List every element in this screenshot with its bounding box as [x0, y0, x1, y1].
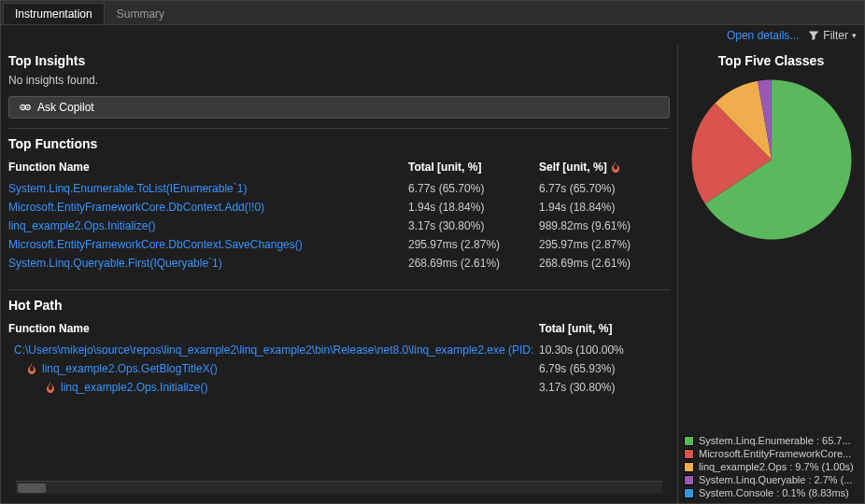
- table-row: System.Linq.Queryable.First(IQueryable`1…: [8, 254, 670, 273]
- hot-path-row: C:\Users\mikejo\source\repos\linq_exampl…: [8, 341, 670, 359]
- hp-col-name[interactable]: Function Name: [8, 322, 539, 335]
- hot-path-title: Hot Path: [8, 290, 670, 316]
- self-cell: 268.69ms (2.61%): [539, 257, 670, 270]
- function-link[interactable]: linq_example2.Ops.GetBlogTitleX(): [42, 362, 218, 375]
- legend-label: linq_example2.Ops : 9.7% (1.00s): [699, 461, 854, 472]
- self-cell: 295.97ms (2.87%): [539, 238, 670, 251]
- legend-label: System.Linq.Enumerable : 65.7...: [699, 435, 851, 446]
- hot-path-name: linq_example2.Ops.GetBlogTitleX(): [8, 362, 533, 375]
- top-classes-pie-chart: [688, 76, 856, 244]
- function-link[interactable]: linq_example2.Ops.Initialize(): [61, 381, 207, 394]
- chevron-down-icon: ▾: [852, 31, 857, 40]
- function-link[interactable]: C:\Users\mikejo\source\repos\linq_exampl…: [14, 343, 533, 357]
- legend-swatch: [684, 436, 694, 446]
- toolbar: Open details... Filter ▾: [1, 25, 864, 46]
- copilot-icon: [19, 101, 32, 114]
- legend-swatch: [684, 488, 694, 498]
- legend-swatch: [684, 449, 694, 459]
- table-row: linq_example2.Ops.Initialize()3.17s (30.…: [8, 217, 670, 235]
- top-functions-table: Function Name Total [unit, %] Self [unit…: [8, 155, 670, 273]
- tab-bar: Instrumentation Summary: [1, 1, 864, 25]
- table-row: System.Linq.Enumerable.ToList(IEnumerabl…: [8, 179, 670, 198]
- scrollbar-thumb[interactable]: [18, 483, 46, 493]
- hot-path-name: linq_example2.Ops.Initialize(): [8, 381, 533, 394]
- no-insights-text: No insights found.: [8, 72, 670, 96]
- hot-path-name: C:\Users\mikejo\source\repos\linq_exampl…: [8, 343, 533, 357]
- hot-path-table: Function Name Total [unit, %] C:\Users\m…: [8, 316, 670, 397]
- filter-button[interactable]: Filter ▾: [808, 29, 857, 42]
- top-functions-title: Top Functions: [8, 129, 670, 155]
- table-row: Microsoft.EntityFrameworkCore.DbContext.…: [8, 198, 670, 217]
- legend-label: System.Linq.Queryable : 2.7% (...: [699, 474, 852, 485]
- hot-path-row: linq_example2.Ops.Initialize()3.17s (30.…: [8, 378, 670, 397]
- legend-item[interactable]: System.Linq.Queryable : 2.7% (...: [684, 473, 858, 486]
- hot-path-total: 10.30s (100.00%: [539, 343, 670, 357]
- filter-label: Filter: [823, 29, 848, 42]
- function-link[interactable]: System.Linq.Enumerable.ToList(IEnumerabl…: [8, 182, 408, 195]
- tab-instrumentation[interactable]: Instrumentation: [3, 3, 105, 24]
- legend-label: System.Console : 0.1% (8.83ms): [699, 487, 849, 498]
- horizontal-scrollbar[interactable]: [16, 481, 662, 494]
- svg-point-3: [27, 106, 29, 108]
- function-link[interactable]: Microsoft.EntityFrameworkCore.DbContext.…: [8, 201, 408, 214]
- top-insights-title: Top Insights: [8, 46, 670, 72]
- hot-path-total: 3.17s (30.80%): [539, 381, 670, 394]
- total-cell: 268.69ms (2.61%): [408, 257, 539, 270]
- legend-item[interactable]: System.Linq.Enumerable : 65.7...: [684, 434, 858, 447]
- col-header-self[interactable]: Self [unit, %]: [539, 161, 670, 174]
- tab-summary[interactable]: Summary: [105, 3, 177, 24]
- top-classes-legend: System.Linq.Enumerable : 65.7...Microsof…: [678, 430, 864, 503]
- ask-copilot-button[interactable]: Ask Copilot: [8, 96, 670, 119]
- legend-item[interactable]: Microsoft.EntityFrameworkCore...: [684, 447, 858, 460]
- top-classes-title: Top Five Classes: [678, 46, 864, 72]
- svg-point-2: [22, 106, 24, 108]
- total-cell: 1.94s (18.84%): [408, 201, 539, 214]
- legend-item[interactable]: linq_example2.Ops : 9.7% (1.00s): [684, 460, 858, 473]
- flame-icon: [46, 382, 55, 393]
- hot-path-total: 6.79s (65.93%): [539, 362, 670, 375]
- total-cell: 6.77s (65.70%): [408, 182, 539, 195]
- self-cell: 6.77s (65.70%): [539, 182, 670, 195]
- flame-icon: [611, 161, 620, 173]
- function-link[interactable]: System.Linq.Queryable.First(IQueryable`1…: [8, 257, 408, 270]
- hp-col-total[interactable]: Total [unit, %]: [539, 322, 670, 335]
- total-cell: 295.97ms (2.87%): [408, 238, 539, 251]
- flame-icon: [27, 363, 36, 374]
- total-cell: 3.17s (30.80%): [408, 219, 539, 232]
- hot-path-row: linq_example2.Ops.GetBlogTitleX()6.79s (…: [8, 359, 670, 378]
- col-header-total[interactable]: Total [unit, %]: [408, 161, 539, 174]
- open-details-link[interactable]: Open details...: [727, 29, 799, 42]
- table-row: Microsoft.EntityFrameworkCore.DbContext.…: [8, 235, 670, 254]
- col-header-name[interactable]: Function Name: [8, 161, 408, 174]
- function-link[interactable]: linq_example2.Ops.Initialize(): [8, 219, 408, 232]
- legend-swatch: [684, 462, 694, 472]
- legend-label: Microsoft.EntityFrameworkCore...: [699, 448, 851, 459]
- function-link[interactable]: Microsoft.EntityFrameworkCore.DbContext.…: [8, 238, 408, 251]
- self-cell: 989.82ms (9.61%): [539, 219, 670, 232]
- legend-item[interactable]: System.Console : 0.1% (8.83ms): [684, 486, 858, 499]
- legend-swatch: [684, 475, 694, 485]
- ask-copilot-label: Ask Copilot: [37, 101, 94, 114]
- filter-icon: [808, 30, 819, 41]
- self-cell: 1.94s (18.84%): [539, 201, 670, 214]
